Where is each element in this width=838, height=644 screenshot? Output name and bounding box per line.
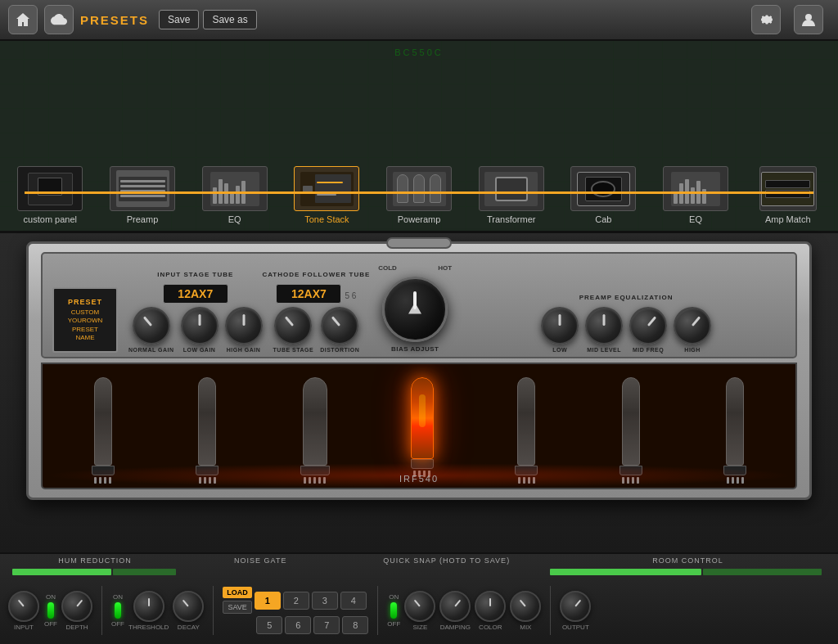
snap-btn-3[interactable]: 3 (312, 592, 338, 610)
hum-switch[interactable]: ON OFF (44, 593, 57, 628)
decay-knob[interactable] (173, 591, 204, 622)
color-knob[interactable] (475, 591, 506, 622)
tube-2 (196, 377, 219, 484)
tubes-section: IRF540 (41, 363, 797, 489)
bottom-bar: HUM REDUCTION NOISE GATE QUICK SNAP (HOT… (0, 552, 838, 644)
high-eq-group: HIGH (674, 307, 711, 353)
chain-item-custom-panel[interactable]: custom panel (4, 166, 97, 224)
distortion-label: DISTORTION (320, 347, 359, 353)
threshold-knob[interactable] (133, 591, 164, 622)
output-knob[interactable] (560, 591, 591, 622)
room-switch[interactable]: ON OFF (387, 593, 400, 628)
high-gain-label: HIGH GAIN (227, 347, 260, 353)
divider-3 (377, 586, 378, 635)
low-eq-knob[interactable] (541, 307, 579, 345)
distortion-group: DISTORTION (320, 307, 359, 353)
tube-5 (515, 377, 538, 484)
hum-meter-bar-empty (113, 569, 176, 575)
damping-label: DAMPING (440, 624, 471, 631)
room-meter-bar (550, 569, 701, 575)
ng-off-label: OFF (111, 620, 124, 628)
snap-row-2: 5 6 7 8 (223, 616, 368, 634)
high-gain-knob[interactable] (225, 307, 263, 345)
distortion-knob[interactable] (321, 307, 358, 345)
hum-reduction-label: HUM REDUCTION (12, 556, 178, 565)
chain-item-amp-match[interactable]: Amp Match (741, 166, 834, 224)
bias-label: BIAS ADJUST (391, 345, 439, 353)
chain-item-cab[interactable]: Cab (557, 166, 650, 224)
size-knob[interactable] (404, 591, 435, 622)
cathode-follower-label: CATHODE FOLLOWER TUBE (262, 271, 370, 278)
snap-btn-8[interactable]: 8 (342, 616, 368, 634)
save-button[interactable]: Save (159, 10, 199, 29)
user-button[interactable] (794, 5, 823, 34)
home-button[interactable] (8, 5, 38, 34)
irf-label: IRF540 (399, 474, 439, 484)
snap-btn-6[interactable]: 6 (285, 616, 311, 634)
cloud-button[interactable] (44, 5, 74, 34)
mid-level-group: MID LEVEL (585, 307, 623, 353)
noise-gate-switch[interactable]: ON OFF (111, 593, 124, 628)
hum-meter (12, 567, 178, 577)
depth-label: DEPTH (65, 624, 88, 631)
save-snap-label: SAVE (223, 601, 252, 614)
chain-item-preamp[interactable]: Preamp (97, 166, 189, 224)
tube-1 (92, 377, 115, 484)
settings-button[interactable] (751, 5, 781, 34)
cathode-tube-selector[interactable]: 12AX7 (276, 284, 341, 304)
damping-knob[interactable] (439, 591, 471, 622)
room-led (390, 602, 397, 619)
save-as-button[interactable]: Save as (203, 10, 256, 29)
preset-box: PRESET CUSTOMYOUROWNPRESETNAME (52, 287, 118, 353)
decay-label: DECAY (178, 624, 200, 631)
circuit-label: BC550C (394, 47, 444, 57)
hum-reduction-controls: ON OFF DEPTH (44, 591, 92, 631)
input-knob[interactable] (8, 591, 39, 622)
signal-chain: custom panel Preamp (0, 88, 838, 231)
depth-knob[interactable] (61, 591, 92, 622)
mid-level-knob[interactable] (585, 307, 623, 345)
output-label: OUTPUT (562, 624, 589, 631)
input-tube-selector[interactable]: 12AX7 (163, 284, 228, 304)
tube-7 (723, 377, 746, 484)
chain-item-eq1[interactable]: EQ (188, 166, 281, 224)
hum-meter-bar (12, 569, 111, 575)
tube-stage-knob[interactable] (274, 307, 312, 345)
chain-item-eq2[interactable]: EQ (650, 166, 742, 224)
low-eq-label: LOW (552, 347, 567, 353)
snap-btn-7[interactable]: 7 (313, 616, 340, 634)
threshold-label: THRESHOLD (128, 624, 169, 631)
controls-panel: PRESET CUSTOMYOUROWNPRESETNAME INPUT STA… (41, 252, 797, 358)
mid-freq-label: MID FREQ (633, 347, 664, 353)
tube-6 (619, 377, 642, 484)
top-bar: PRESETS Save Save as (0, 0, 838, 41)
mid-freq-knob[interactable] (629, 307, 667, 345)
mix-knob[interactable] (510, 591, 541, 622)
low-gain-knob[interactable] (181, 307, 219, 345)
room-meter-bar-empty (703, 569, 822, 575)
snap-btn-5[interactable]: 5 (256, 616, 282, 634)
mid-level-label: MID LEVEL (587, 347, 621, 353)
snap-btn-4[interactable]: 4 (340, 592, 367, 610)
mid-freq-group: MID FREQ (629, 307, 667, 353)
noise-gate-label: NOISE GATE (178, 556, 343, 565)
chain-item-poweramp[interactable]: Poweramp (373, 166, 466, 224)
presets-label: PRESETS (80, 13, 149, 27)
chain-label-cab: Cab (595, 214, 611, 224)
chain-item-transformer[interactable]: Transformer (465, 166, 557, 224)
normal-gain-knob[interactable] (133, 307, 170, 345)
chain-label-preamp: Preamp (127, 214, 159, 224)
room-on-label: ON (389, 593, 399, 601)
bias-knob[interactable] (382, 277, 448, 342)
chain-item-tone-stack[interactable]: Tone Stack (281, 166, 373, 224)
chain-label-eq1: EQ (228, 214, 241, 224)
tube-3 (300, 377, 330, 484)
high-eq-knob[interactable] (674, 307, 711, 345)
depth-knob-group: DEPTH (61, 591, 92, 631)
snap-btn-1[interactable]: 1 (255, 592, 281, 610)
room-off-label: OFF (387, 620, 400, 628)
noise-gate-controls: ON OFF THRESHOLD DECAY (111, 591, 204, 631)
chain-label-transformer: Transformer (487, 214, 536, 224)
tube-4-glowing (411, 377, 434, 484)
snap-btn-2[interactable]: 2 (283, 592, 309, 610)
